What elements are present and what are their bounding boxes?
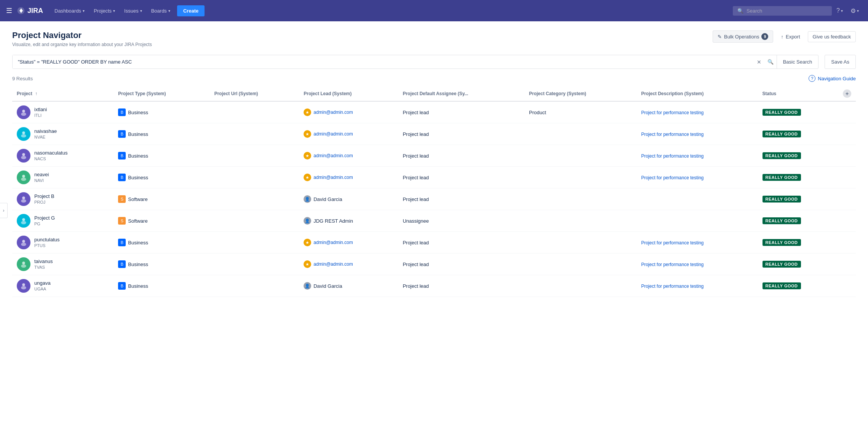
description-cell: Project for performance testing	[636, 232, 758, 254]
project-name[interactable]: ixtlani	[34, 107, 47, 112]
bulk-operations-button[interactable]: ✎ Bulk Operations 9	[713, 30, 774, 43]
feedback-button[interactable]: Give us feedback	[808, 31, 856, 42]
category-cell	[524, 188, 636, 210]
help-button[interactable]: ? ▾	[833, 5, 846, 16]
col-status: Status	[758, 86, 838, 101]
jira-logo: JIRA	[17, 6, 43, 15]
url-cell	[210, 210, 299, 232]
page-wrapper: Project Navigator Visualize, edit and or…	[0, 21, 868, 421]
type-business-icon: B	[118, 152, 126, 159]
col-assignee: Project Default Assignee (Sy...	[398, 86, 524, 101]
description-cell: Project for performance testing	[636, 275, 758, 297]
assignee-cell: Project lead	[398, 167, 524, 188]
table-row: punctulatus PTUS B Business ★ admin@admi…	[12, 232, 856, 254]
type-label: Software	[128, 218, 147, 224]
project-cell: ungava UGAA	[12, 275, 113, 297]
chevron-down-icon: ▾	[83, 9, 85, 13]
row-actions-cell	[838, 167, 856, 188]
project-key: PG	[34, 222, 40, 226]
assignee-cell: Project lead	[398, 275, 524, 297]
status-cell: REALLY GOOD	[758, 188, 838, 210]
lead-cell: ★ admin@admin.com	[299, 123, 398, 145]
nav-projects[interactable]: Projects ▾	[90, 6, 119, 16]
type-cell: B Business	[113, 123, 209, 145]
col-category: Project Category (System)	[524, 86, 636, 101]
global-search-bar[interactable]: 🔍 Search	[733, 6, 832, 16]
basic-search-button[interactable]: Basic Search	[777, 55, 818, 69]
svg-point-6	[22, 175, 25, 177]
lead-avatar: ★	[304, 108, 311, 116]
description-cell: Project for performance testing	[636, 167, 758, 188]
row-actions-cell	[838, 123, 856, 145]
table-row: taivanus TVAS B Business ★ admin@admin.c…	[12, 254, 856, 275]
create-button[interactable]: Create	[177, 5, 205, 16]
type-software-icon: S	[118, 217, 126, 225]
add-column-button[interactable]: +	[843, 89, 851, 98]
project-avatar	[17, 257, 30, 271]
bulk-ops-count-badge: 9	[761, 33, 768, 40]
sidebar-toggle[interactable]: ›	[0, 203, 8, 218]
chevron-right-icon: ›	[3, 208, 5, 213]
svg-point-0	[22, 110, 25, 112]
assignee-cell: Project lead	[398, 145, 524, 167]
page-header-right: ✎ Bulk Operations 9 ↑ Export Give us fee…	[713, 30, 856, 43]
category-cell: Product	[524, 101, 636, 123]
bulk-ops-icon: ✎	[718, 34, 722, 40]
description-link[interactable]: Project for performance testing	[641, 240, 703, 246]
description-link[interactable]: Project for performance testing	[641, 153, 703, 159]
nav-dashboards[interactable]: Dashboards ▾	[51, 6, 88, 16]
project-name[interactable]: Project B	[34, 193, 54, 199]
type-business-icon: B	[118, 260, 126, 268]
project-key: PROJ	[34, 200, 45, 204]
search-box: ✕ 🔍 Basic Search	[12, 55, 818, 69]
project-key: TVAS	[34, 265, 45, 270]
nav-boards[interactable]: Boards ▾	[147, 6, 174, 16]
lead-name: admin@admin.com	[313, 110, 353, 115]
project-cell: neavei NAVI	[12, 167, 113, 188]
svg-point-5	[21, 156, 26, 159]
description-link[interactable]: Project for performance testing	[641, 132, 703, 137]
project-name[interactable]: naivashae	[34, 128, 57, 134]
svg-point-4	[22, 153, 25, 156]
project-name[interactable]: taivanus	[34, 258, 53, 264]
type-cell: B Business	[113, 167, 209, 188]
nav-issues[interactable]: Issues ▾	[120, 6, 146, 16]
project-name[interactable]: neavei	[34, 172, 49, 177]
description-link[interactable]: Project for performance testing	[641, 110, 703, 115]
description-cell: Project for performance testing	[636, 123, 758, 145]
type-business-icon: B	[118, 130, 126, 138]
col-project[interactable]: Project ↑	[12, 86, 113, 101]
project-name[interactable]: nasomaculatus	[34, 150, 67, 156]
col-add[interactable]: +	[838, 86, 856, 101]
search-query-input[interactable]	[13, 55, 754, 69]
svg-point-8	[22, 196, 25, 199]
type-business-icon: B	[118, 174, 126, 181]
navigation-guide-link[interactable]: ? Navigation Guide	[809, 75, 856, 82]
assignee-cell: Project lead	[398, 254, 524, 275]
description-link[interactable]: Project for performance testing	[641, 284, 703, 289]
page-title: Project Navigator	[12, 30, 152, 40]
type-cell: B Business	[113, 254, 209, 275]
project-cell: naivashae NVAE	[12, 123, 113, 145]
lead-name: admin@admin.com	[313, 131, 353, 137]
url-cell	[210, 232, 299, 254]
save-as-button[interactable]: Save As	[825, 55, 856, 69]
status-cell: REALLY GOOD	[758, 101, 838, 123]
description-link[interactable]: Project for performance testing	[641, 262, 703, 267]
menu-icon[interactable]: ☰	[6, 6, 12, 15]
description-link[interactable]: Project for performance testing	[641, 175, 703, 180]
project-name[interactable]: Project G	[34, 215, 55, 221]
type-cell: B Business	[113, 275, 209, 297]
table-row: ungava UGAA B Business 👤 David Garcia Pr…	[12, 275, 856, 297]
export-button[interactable]: ↑ Export	[778, 32, 803, 42]
search-clear-button[interactable]: ✕	[754, 59, 764, 65]
category-cell	[524, 210, 636, 232]
assignee-cell: Project lead	[398, 232, 524, 254]
search-submit-icon[interactable]: 🔍	[764, 59, 777, 65]
status-cell: REALLY GOOD	[758, 275, 838, 297]
project-name[interactable]: punctulatus	[34, 237, 60, 242]
settings-button[interactable]: ⚙ ▾	[847, 5, 862, 17]
project-name[interactable]: ungava	[34, 280, 51, 286]
lead-avatar: ★	[304, 174, 311, 181]
svg-point-15	[21, 265, 26, 268]
